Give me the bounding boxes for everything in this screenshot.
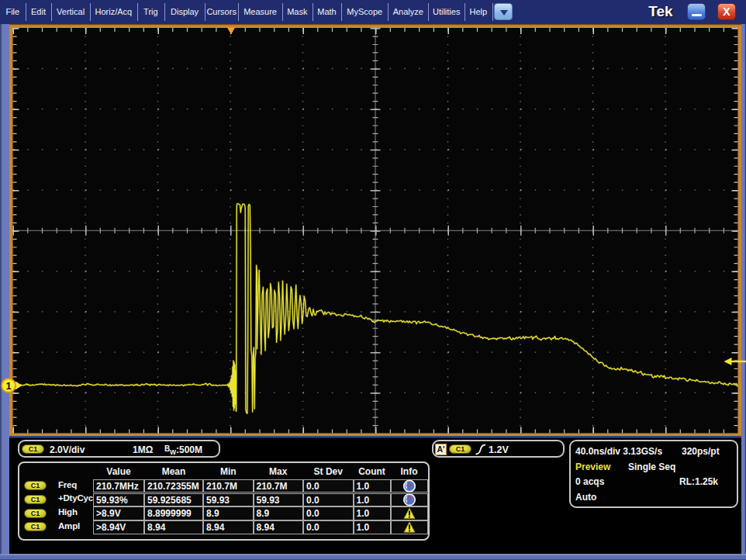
- svg-text:1: 1: [5, 380, 11, 392]
